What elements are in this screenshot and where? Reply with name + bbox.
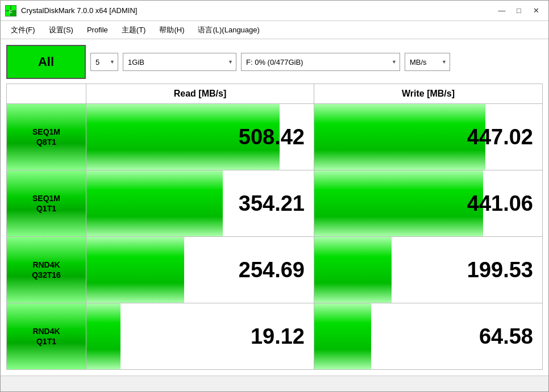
read-value-rnd4k-q32t16: 254.69 (239, 258, 305, 282)
write-bar-rnd4k-q1t1 (314, 303, 371, 369)
write-value-seq1m-q8t1: 447.02 (467, 125, 533, 149)
write-bar-seq1m-q8t1 (314, 104, 485, 170)
write-value-rnd4k-q32t16: 199.53 (467, 258, 533, 282)
unit-select-wrapper: MB/s GB/s IOPS μs (405, 53, 450, 71)
row-label-seq1m-q1t1: SEQ1MQ1T1 (7, 170, 86, 236)
row-write-seq1m-q8t1: 447.02 (314, 104, 542, 170)
menu-settings[interactable]: 设置(S) (43, 23, 79, 37)
close-button[interactable]: ✕ (528, 5, 544, 17)
read-bar-rnd4k-q1t1 (86, 303, 120, 369)
menu-language[interactable]: 语言(L)(Language) (192, 23, 265, 37)
drive-select-wrapper: F: 0% (0/477GiB) (241, 53, 400, 71)
status-bar (1, 376, 548, 391)
read-bar-rnd4k-q32t16 (86, 237, 184, 303)
row-write-rnd4k-q1t1: 64.58 (314, 303, 542, 369)
minimize-button[interactable]: — (494, 5, 510, 17)
toolbar: All 1 3 5 10 1MiB 4MiB 16MiB 32MiB 64MiB… (6, 45, 543, 79)
size-select-wrapper: 1MiB 4MiB 16MiB 32MiB 64MiB 128MiB 256Mi… (123, 53, 236, 71)
menu-bar: 文件(F) 设置(S) Profile 主题(T) 帮助(H) 语言(L)(La… (1, 21, 548, 39)
main-content: All 1 3 5 10 1MiB 4MiB 16MiB 32MiB 64MiB… (1, 39, 548, 376)
header-write: Write [MB/s] (314, 84, 542, 103)
row-read-seq1m-q1t1: 354.21 (86, 170, 314, 236)
row-label-rnd4k-q32t16: RND4KQ32T16 (7, 237, 86, 303)
unit-select[interactable]: MB/s GB/s IOPS μs (405, 53, 450, 71)
count-select-wrapper: 1 3 5 10 (90, 53, 118, 71)
row-write-seq1m-q1t1: 441.06 (314, 170, 542, 236)
table-row: SEQ1MQ8T1 508.42 447.02 (7, 104, 542, 170)
menu-file[interactable]: 文件(F) (5, 23, 41, 37)
benchmark-table: Read [MB/s] Write [MB/s] SEQ1MQ8T1 508.4… (6, 84, 543, 370)
main-window: C CrystalDiskMark 7.0.0 x64 [ADMIN] — □ … (0, 0, 549, 392)
write-bar-seq1m-q1t1 (314, 170, 483, 236)
table-row: RND4KQ1T1 19.12 64.58 (7, 303, 542, 369)
write-bar-rnd4k-q32t16 (314, 237, 392, 303)
read-bar-seq1m-q1t1 (86, 170, 223, 236)
row-label-seq1m-q8t1: SEQ1MQ8T1 (7, 104, 86, 170)
row-read-seq1m-q8t1: 508.42 (86, 104, 314, 170)
title-left: C CrystalDiskMark 7.0.0 x64 [ADMIN] (5, 5, 137, 16)
row-read-rnd4k-q32t16: 254.69 (86, 237, 314, 303)
svg-text:C: C (9, 9, 13, 14)
row-label-rnd4k-q1t1: RND4KQ1T1 (7, 303, 86, 369)
row-read-rnd4k-q1t1: 19.12 (86, 303, 314, 369)
write-value-rnd4k-q1t1: 64.58 (479, 324, 533, 349)
window-title: CrystalDiskMark 7.0.0 x64 [ADMIN] (21, 6, 137, 15)
size-select[interactable]: 1MiB 4MiB 16MiB 32MiB 64MiB 128MiB 256Mi… (123, 53, 236, 71)
window-controls: — □ ✕ (494, 5, 544, 17)
read-value-seq1m-q1t1: 354.21 (239, 191, 305, 216)
row-write-rnd4k-q32t16: 199.53 (314, 237, 542, 303)
read-value-seq1m-q8t1: 508.42 (239, 125, 305, 149)
write-value-seq1m-q1t1: 441.06 (467, 191, 533, 216)
menu-theme[interactable]: 主题(T) (116, 23, 152, 37)
maximize-button[interactable]: □ (511, 5, 527, 17)
table-row: RND4KQ32T16 254.69 199.53 (7, 237, 542, 303)
all-button[interactable]: All (6, 45, 86, 79)
drive-select[interactable]: F: 0% (0/477GiB) (241, 53, 400, 71)
app-icon: C (5, 5, 16, 16)
header-read: Read [MB/s] (86, 84, 314, 103)
table-row: SEQ1MQ1T1 354.21 441.06 (7, 170, 542, 237)
header-label-cell (7, 84, 86, 103)
table-header: Read [MB/s] Write [MB/s] (7, 84, 542, 104)
read-value-rnd4k-q1t1: 19.12 (251, 324, 305, 349)
menu-help[interactable]: 帮助(H) (153, 23, 190, 37)
menu-profile[interactable]: Profile (81, 23, 114, 36)
count-select[interactable]: 1 3 5 10 (90, 53, 118, 71)
title-bar: C CrystalDiskMark 7.0.0 x64 [ADMIN] — □ … (1, 1, 548, 21)
